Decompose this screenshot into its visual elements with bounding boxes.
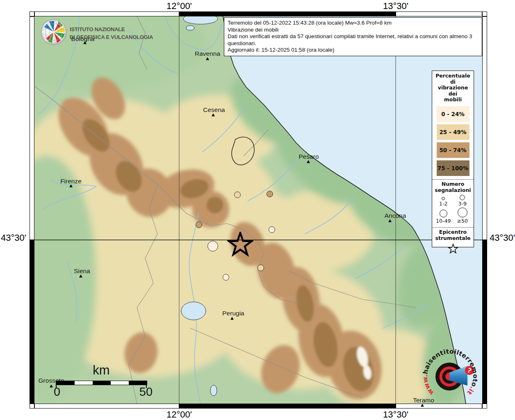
scalebar-segment-3	[111, 381, 129, 385]
city-marker-bologna	[83, 41, 87, 44]
city-label-firenze: Firenze	[60, 178, 82, 185]
scalebar-segment-2	[93, 381, 111, 385]
felt-report-point-4	[207, 241, 218, 251]
city-marker-cesena	[212, 114, 215, 116]
legend-percent-swatches: 0 - 24%25 - 49%50 - 74%75 - 100%	[432, 106, 474, 176]
report-size-circle	[458, 208, 467, 217]
event-subtitle: Vibrazione dei mobili	[228, 27, 479, 34]
legend-percent-title: Percentuale di vibrazione dei mobili	[432, 71, 474, 103]
axis-bottom-meridian-1: 12°00'	[166, 409, 192, 420]
report-size-label: 3-9	[458, 201, 467, 207]
epicenter-star-icon	[227, 232, 253, 258]
event-title: Terremoto del 05-12-2022 15:43:28 (ora l…	[228, 20, 479, 27]
felt-report-point-5	[258, 265, 264, 271]
legend-percent-class-2: 50 - 74%	[437, 142, 469, 158]
legend-percent-class-3: 75 - 100%	[437, 160, 469, 176]
legend-epicenter-star-wrap	[432, 244, 474, 254]
legend-epicenter-title: Epicentro strumentale	[432, 228, 474, 241]
city-marker-grosseto	[50, 385, 53, 388]
report-size-label: ≥50	[457, 218, 468, 224]
haisentitoilterremoto-logo: ? www.haisentitoilterremoto.it	[421, 347, 482, 409]
legend-report-class-0: 1-2	[434, 195, 453, 207]
event-info-box: Terremoto del 05-12-2022 15:43:28 (ora l…	[224, 17, 482, 56]
scalebar-segment-4	[129, 381, 147, 385]
legend-report-class-3: ≥50	[453, 208, 472, 224]
felt-report-point-3	[269, 226, 275, 233]
frame-corner-tl	[30, 11, 34, 16]
city-label-perugia: Perugia	[222, 310, 244, 317]
city-marker-ravenna	[206, 57, 209, 60]
city-marker-pesaro	[307, 160, 310, 163]
city-label-cesena: Cesena	[203, 106, 225, 114]
frame-corner-bl	[30, 404, 34, 409]
ingv-name-line2: DI GEOFISICA E VULCANOLOGIA	[70, 33, 153, 41]
scalebar-segment-1	[75, 381, 93, 385]
frame-top-3	[396, 11, 482, 16]
scalebar-unit-label: km	[93, 363, 109, 378]
report-size-circle	[460, 195, 465, 200]
frame-corner-br	[482, 404, 487, 409]
screenshot-stage: 12°00' 13°30' 12°00' 13°30' 43°30' 43°30…	[0, 0, 515, 420]
city-marker-ancona	[388, 219, 392, 222]
felt-report-point-1	[267, 191, 273, 197]
axis-right-parallel: 43°30'	[490, 233, 515, 243]
report-size-circle	[440, 210, 447, 217]
event-note: Dati non verificati estratti da 57 quest…	[228, 33, 479, 47]
city-marker-perugia	[230, 317, 234, 320]
city-label-pesaro: Pesaro	[299, 153, 319, 160]
scalebar-segment-0	[57, 381, 75, 385]
city-label-ravenna: Ravenna	[195, 50, 220, 57]
legend-reports-title: Numero segnalazioni	[432, 180, 474, 193]
frame-left-1	[30, 16, 34, 240]
axis-top-meridian-2: 13°30'	[383, 1, 408, 11]
axis-left-parallel: 43°30'	[0, 233, 26, 243]
legend-panel: Percentuale di vibrazione dei mobili 0 -…	[432, 71, 474, 247]
city-marker-siena	[79, 275, 82, 278]
report-size-circle	[442, 197, 445, 200]
axis-bottom-meridian-2: 13°30'	[383, 409, 408, 420]
frame-top-1	[34, 11, 179, 16]
frame-right-1	[482, 16, 487, 240]
map-canvas	[34, 16, 482, 404]
axis-top-meridian-1: 12°00'	[166, 1, 192, 11]
frame-corner-tr	[482, 11, 487, 16]
ingv-name-line1: ISTITUTO NAZIONALE	[70, 25, 153, 33]
report-size-label: 1-2	[439, 201, 447, 207]
felt-report-point-2	[196, 221, 202, 228]
felt-report-point-6	[223, 274, 229, 281]
ingv-institute-name: ISTITUTO NAZIONALE DI GEOFISICA E VULCAN…	[70, 25, 153, 41]
ingv-globe-logo	[40, 18, 68, 46]
frame-top-2	[179, 11, 396, 16]
scalebar-start-label: 0	[54, 385, 60, 399]
legend-percent-class-0: 0 - 24%	[437, 106, 469, 122]
legend-report-class-2: 10-49	[434, 208, 453, 224]
frame-right-2	[482, 240, 487, 404]
scalebar	[56, 381, 147, 385]
frame-left-2	[30, 240, 34, 404]
scalebar-end-label: 50	[139, 385, 153, 399]
city-label-ancona: Ancona	[385, 212, 406, 219]
lake-trasimeno	[181, 302, 206, 320]
city-label-siena: Siena	[74, 267, 90, 275]
felt-report-point-0	[234, 192, 241, 198]
legend-report-class-1: 3-9	[453, 195, 472, 207]
frame-bottom-2	[179, 404, 396, 409]
city-marker-firenze	[69, 185, 73, 187]
event-updated: Aggiornato il: 15-12-2025 01:58 (ora loc…	[228, 47, 479, 54]
frame-bottom-1	[34, 404, 179, 409]
legend-epicenter-star-icon	[448, 244, 458, 254]
report-size-label: 10-49	[436, 218, 451, 224]
legend-percent-class-1: 25 - 49%	[437, 124, 469, 140]
legend-reports-grid: 1-23-910-49≥50	[432, 195, 474, 224]
